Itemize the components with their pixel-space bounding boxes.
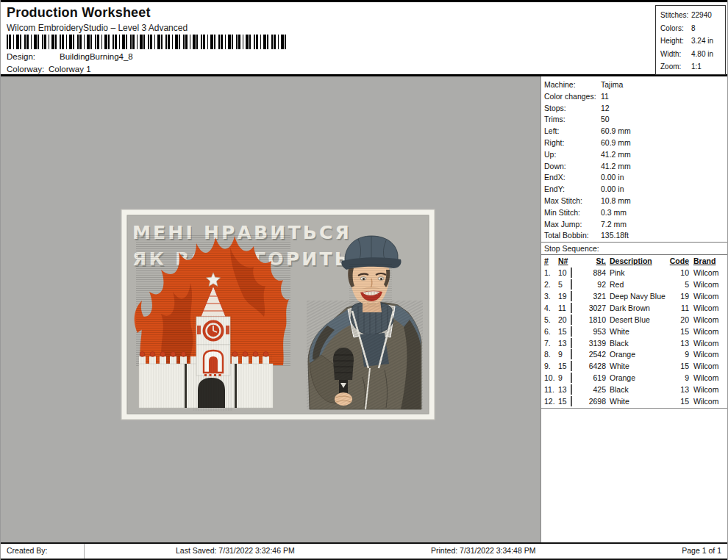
lamp-post-left [185,364,187,408]
seq-stitches: 2542 [583,349,606,361]
seq-code: 15 [668,361,689,373]
seq-num: 1. [544,268,558,279]
seq-stitches: 3027 [583,303,606,315]
embroidery-design: МЕНІ НРАВИТЬСЯ МЕНІ НРАВИТЬСЯ ЯК ВОНО ГО… [120,208,436,421]
stop-sequence-row: 11. 13 425 Black 13 Wilcom [541,384,728,396]
seq-description: White [606,361,668,373]
info-row: Left: 60.9 mm [544,126,728,137]
info-label: Total Bobbin: [544,230,601,242]
seq-num: 11. [544,384,558,396]
seq-stitches: 619 [583,373,606,384]
info-row: Down: 41.2 mm [544,161,728,173]
design-row: Design: BuildingBurning4_8 [7,52,133,61]
stop-sequence-row: 2. 5 92 Red 5 Wilcom [541,279,728,291]
seq-brand: Wilcom [689,384,724,396]
color-swatch [571,303,572,313]
embroidery-design-svg: МЕНІ НРАВИТЬСЯ МЕНІ НРАВИТЬСЯ ЯК ВОНО ГО… [120,208,436,421]
design-canvas: МЕНІ НРАВИТЬСЯ МЕНІ НРАВИТЬСЯ ЯК ВОНО ГО… [1,76,540,542]
stop-sequence-row: 3. 19 321 Deep Navy Blue 19 Wilcom [541,291,728,303]
worksheet-footer: Created By: Last Saved: 7/31/2022 3:32:4… [1,542,727,560]
info-label: Stops: [544,103,601,115]
stop-sequence-row: 7. 13 3139 Black 13 Wilcom [541,338,728,350]
stop-sequence-title: Stop Sequence: [541,242,728,255]
info-row: Max Stitch: 10.8 mm [544,195,728,207]
seq-needle: 9 [558,349,571,361]
seq-stitches: 1810 [583,315,606,326]
seq-brand: Wilcom [689,279,724,291]
seq-stitches: 884 [583,268,606,279]
seq-num: 12. [544,396,558,408]
info-label: Down: [544,161,601,173]
info-label: EndX: [544,172,601,184]
info-row: Color changes: 11 [544,91,728,103]
seq-code: 13 [668,338,689,350]
worksheet-header: Production Worksheet Wilcom EmbroiderySt… [1,0,727,76]
seq-description: White [606,396,668,408]
stat-value: 3.24 in [691,35,713,48]
seq-code: 9 [668,373,689,384]
stat-label: Colors: [660,22,691,35]
stat-value: 8 [691,22,696,35]
seq-stitches: 953 [583,326,606,338]
color-swatch [571,338,572,348]
seq-needle: 15 [558,396,571,408]
info-row: Max Jump: 7.2 mm [544,219,728,231]
info-label: Max Jump: [544,219,601,231]
seq-needle: 11 [558,303,571,315]
col-code: Code [668,255,689,268]
seq-code: 15 [668,326,689,338]
stop-sequence-row: 4. 11 3027 Dark Brown 11 Wilcom [541,303,728,315]
color-swatch [571,279,572,290]
stop-sequence-row: 9. 15 6428 White 15 Wilcom [541,361,728,373]
stop-sequence-row: 10. 9 619 Orange 9 Wilcom [541,373,728,384]
info-row: Machine: Tajima [544,79,728,91]
seq-brand: Wilcom [689,268,724,279]
info-label: Max Stitch: [544,195,601,207]
seq-brand: Wilcom [689,361,724,373]
seq-brand: Wilcom [689,303,724,315]
seq-stitches: 425 [583,384,606,396]
seq-num: 2. [544,279,558,291]
barcode [7,35,288,49]
info-row: Stops: 12 [544,103,728,115]
page-title: Production Worksheet [7,5,151,21]
stat-label: Zoom: [660,60,691,73]
seq-brand: Wilcom [689,373,724,384]
seq-brand: Wilcom [689,338,724,350]
info-value: 0.3 mm [601,207,627,219]
col-brand: Brand [689,255,724,268]
seq-description: Desert Blue [606,315,668,326]
seq-needle: 15 [558,361,571,373]
seq-needle: 5 [558,279,571,291]
info-row: Min Stitch: 0.3 mm [544,207,728,219]
info-label: Left: [544,126,601,137]
info-row: Right: 60.9 mm [544,137,728,149]
info-value: 0.00 in [601,184,624,195]
info-row: Up: 41.2 mm [544,149,728,161]
info-row: Trims: 50 [544,114,728,126]
info-value: 0.00 in [601,172,624,184]
col-stitches: St. [583,255,606,268]
info-label: Machine: [544,79,601,91]
stop-sequence-row: 1. 10 884 Pink 10 Wilcom [541,268,728,279]
seq-num: 10. [544,373,558,384]
stat-row: Height: 3.24 in [660,35,725,48]
info-value: 10.8 mm [601,195,631,207]
stat-value: 22940 [691,9,712,22]
last-saved-label: Last Saved: 7/31/2022 3:32:46 PM [176,546,295,555]
info-row: EndY: 0.00 in [544,184,728,195]
seq-needle: 9 [558,373,571,384]
info-row: EndX: 0.00 in [544,172,728,184]
color-swatch [571,396,572,406]
seq-num: 5. [544,315,558,326]
color-swatch [571,268,572,278]
seq-code: 11 [668,303,689,315]
seq-needle: 15 [558,326,571,338]
info-label: Up: [544,149,601,161]
info-label: Trims: [544,114,601,126]
col-needle: N# [558,255,571,268]
seq-needle: 13 [558,384,571,396]
info-value: 7.2 mm [601,219,627,231]
seq-code: 19 [668,291,689,303]
seq-num: 4. [544,303,558,315]
